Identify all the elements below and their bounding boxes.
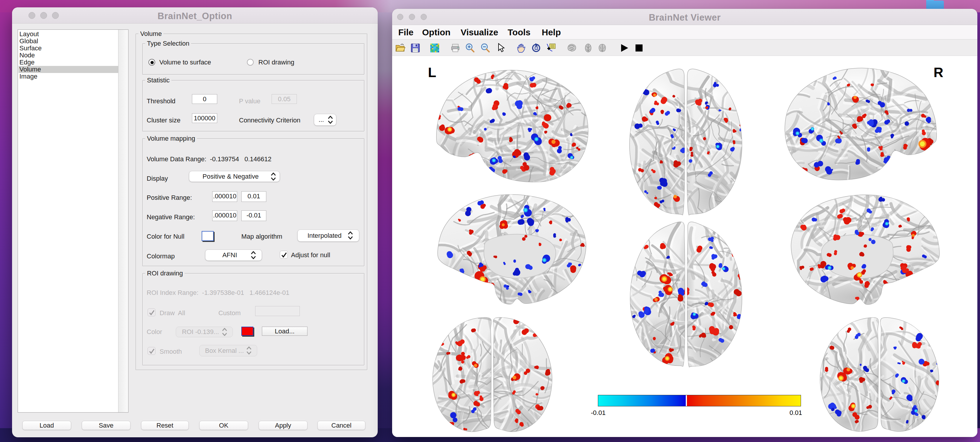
svg-text:T: T bbox=[536, 47, 537, 50]
